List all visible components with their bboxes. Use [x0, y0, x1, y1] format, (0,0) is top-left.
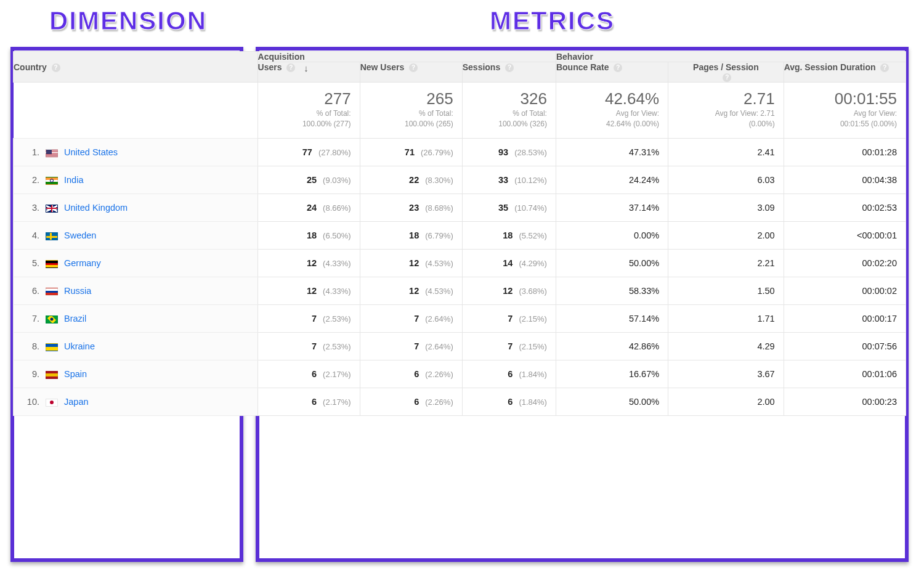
new-users-value: 71	[397, 147, 415, 157]
header-sessions-label: Sessions	[463, 62, 500, 72]
row-index: 2.	[22, 175, 39, 185]
bounce-value: 57.14%	[629, 314, 659, 324]
analytics-table: Country ? Acquisition Behavior Users ? ↓…	[13, 51, 906, 416]
header-sessions[interactable]: Sessions ?	[462, 62, 556, 83]
country-link[interactable]: United Kingdom	[64, 203, 128, 213]
avg-duration-value: 00:01:06	[862, 369, 897, 379]
sessions-cell: 18(5.52%)	[462, 222, 556, 250]
header-avg-session-duration[interactable]: Avg. Session Duration ?	[784, 62, 906, 83]
sessions-cell: 7(2.15%)	[462, 333, 556, 360]
new-users-pct: (8.68%)	[425, 203, 453, 213]
header-new-users[interactable]: New Users ?	[360, 62, 462, 83]
row-index: 9.	[22, 369, 39, 379]
users-pct: (2.17%)	[323, 370, 351, 379]
help-icon[interactable]: ?	[409, 63, 418, 72]
users-value: 6	[299, 397, 317, 407]
header-group-behavior: Behavior	[556, 52, 906, 62]
sessions-pct: (1.84%)	[519, 370, 547, 379]
sessions-value: 14	[495, 258, 513, 268]
total-users: 277 % of Total: 100.00% (277)	[257, 83, 360, 139]
avg-duration-value: 00:00:23	[862, 397, 897, 407]
flag-icon	[46, 371, 58, 379]
new-users-cell: 22(8.30%)	[360, 166, 462, 194]
users-pct: (9.03%)	[323, 176, 351, 185]
bounce-cell: 50.00%	[556, 388, 668, 416]
total-sessions-sub2: 100.00% (326)	[471, 120, 547, 129]
country-link[interactable]: Brazil	[64, 314, 86, 324]
users-pct: (8.66%)	[323, 203, 351, 213]
total-bounce-sub1: Avg for View:	[565, 109, 659, 119]
header-pages-per-session[interactable]: Pages / Session ?	[668, 62, 784, 83]
flag-icon	[46, 399, 58, 407]
users-value: 25	[299, 175, 317, 185]
country-link[interactable]: United States	[64, 147, 118, 157]
users-value: 24	[299, 203, 317, 213]
users-cell: 7(2.53%)	[257, 333, 360, 360]
flag-icon	[46, 260, 58, 268]
flag-icon	[46, 288, 58, 296]
country-link[interactable]: Germany	[64, 258, 101, 268]
country-link[interactable]: India	[64, 175, 83, 185]
users-cell: 77(27.80%)	[257, 139, 360, 166]
users-pct: (27.80%)	[318, 148, 351, 157]
new-users-value: 7	[402, 314, 419, 324]
help-icon[interactable]: ?	[723, 73, 731, 82]
total-sessions-sub1: % of Total:	[471, 109, 547, 119]
bounce-value: 50.00%	[629, 258, 659, 268]
bounce-value: 24.24%	[629, 175, 659, 185]
table-row: 2.India25(9.03%)22(8.30%)33(10.12%)24.24…	[14, 166, 906, 194]
avg-duration-cell: 00:07:56	[784, 333, 906, 360]
header-bounce-rate-label: Bounce Rate	[556, 62, 609, 72]
country-link[interactable]: Spain	[64, 369, 87, 379]
total-new-users-sub1: % of Total:	[369, 109, 453, 119]
users-value: 77	[295, 147, 312, 157]
help-icon[interactable]: ?	[614, 63, 622, 72]
total-sessions: 326 % of Total: 100.00% (326)	[462, 83, 556, 139]
users-cell: 6(2.17%)	[257, 388, 360, 416]
pps-value: 6.03	[757, 175, 774, 185]
sessions-pct: (10.74%)	[514, 203, 547, 213]
help-icon[interactable]: ?	[286, 63, 295, 72]
header-users[interactable]: Users ? ↓	[257, 62, 360, 83]
table-row: 10.Japan6(2.17%)6(2.26%)6(1.84%)50.00%2.…	[14, 388, 906, 416]
help-icon[interactable]: ?	[505, 63, 514, 72]
bounce-value: 37.14%	[629, 203, 659, 213]
row-index: 10.	[22, 397, 39, 407]
sessions-value: 7	[495, 314, 513, 324]
total-avg-value: 00:01:55	[793, 90, 897, 108]
avg-duration-value: 00:04:38	[862, 175, 897, 185]
header-avg-duration-label: Avg. Session Duration	[784, 62, 876, 72]
users-cell: 6(2.17%)	[257, 360, 360, 388]
sessions-cell: 6(1.84%)	[462, 360, 556, 388]
users-pct: (2.53%)	[323, 314, 351, 324]
flag-icon	[46, 205, 58, 213]
country-link[interactable]: Sweden	[64, 230, 96, 240]
flag-icon	[46, 232, 58, 240]
row-index: 1.	[22, 147, 39, 157]
pps-cell: 3.09	[668, 194, 784, 222]
total-new-users: 265 % of Total: 100.00% (265)	[360, 83, 462, 139]
country-link[interactable]: Japan	[64, 397, 89, 407]
pps-value: 2.00	[757, 397, 774, 407]
help-icon[interactable]: ?	[880, 63, 889, 72]
header-country[interactable]: Country ?	[14, 52, 258, 83]
header-bounce-rate[interactable]: Bounce Rate ?	[556, 62, 668, 83]
sessions-cell: 93(28.53%)	[462, 139, 556, 166]
country-link[interactable]: Ukraine	[64, 341, 95, 351]
sessions-pct: (3.68%)	[519, 287, 547, 296]
header-new-users-label: New Users	[360, 62, 405, 72]
bounce-cell: 57.14%	[556, 305, 668, 333]
users-value: 12	[299, 286, 317, 296]
row-index: 3.	[22, 203, 39, 213]
users-cell: 18(6.50%)	[257, 222, 360, 250]
new-users-pct: (4.53%)	[425, 259, 453, 268]
country-cell: 3.United Kingdom	[14, 194, 258, 222]
sessions-cell: 6(1.84%)	[462, 388, 556, 416]
new-users-pct: (2.64%)	[425, 314, 453, 324]
help-icon[interactable]: ?	[52, 63, 60, 72]
sort-descending-icon[interactable]: ↓	[304, 63, 309, 73]
country-link[interactable]: Russia	[64, 286, 91, 296]
avg-duration-cell: 00:00:23	[784, 388, 906, 416]
bounce-value: 50.00%	[629, 397, 659, 407]
header-group-behavior-label: Behavior	[556, 52, 593, 62]
